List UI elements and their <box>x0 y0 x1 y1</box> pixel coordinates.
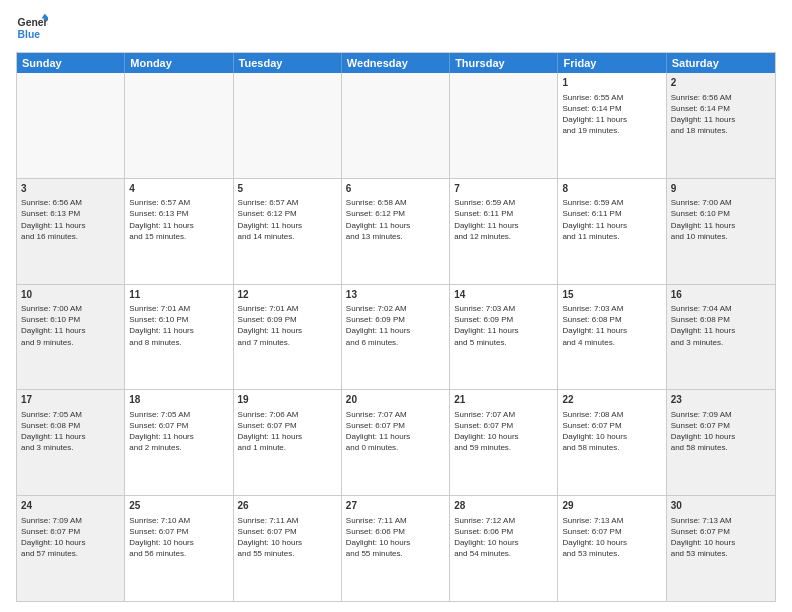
day-info: Sunrise: 7:01 AM Sunset: 6:09 PM Dayligh… <box>238 303 337 348</box>
calendar-cell <box>125 73 233 178</box>
page-header: General Blue <box>16 12 776 44</box>
calendar-cell <box>234 73 342 178</box>
logo-icon: General Blue <box>16 12 48 44</box>
calendar-cell: 15Sunrise: 7:03 AM Sunset: 6:08 PM Dayli… <box>558 285 666 390</box>
day-number: 18 <box>129 393 228 407</box>
day-info: Sunrise: 6:58 AM Sunset: 6:12 PM Dayligh… <box>346 197 445 242</box>
calendar-header-cell: Saturday <box>667 53 775 73</box>
day-info: Sunrise: 6:57 AM Sunset: 6:12 PM Dayligh… <box>238 197 337 242</box>
day-info: Sunrise: 6:59 AM Sunset: 6:11 PM Dayligh… <box>562 197 661 242</box>
day-info: Sunrise: 7:05 AM Sunset: 6:07 PM Dayligh… <box>129 409 228 454</box>
day-info: Sunrise: 7:01 AM Sunset: 6:10 PM Dayligh… <box>129 303 228 348</box>
calendar-cell <box>17 73 125 178</box>
day-number: 1 <box>562 76 661 90</box>
calendar-row: 24Sunrise: 7:09 AM Sunset: 6:07 PM Dayli… <box>17 495 775 601</box>
day-info: Sunrise: 7:09 AM Sunset: 6:07 PM Dayligh… <box>21 515 120 560</box>
calendar-body: 1Sunrise: 6:55 AM Sunset: 6:14 PM Daylig… <box>17 73 775 601</box>
calendar-cell: 1Sunrise: 6:55 AM Sunset: 6:14 PM Daylig… <box>558 73 666 178</box>
calendar-cell: 29Sunrise: 7:13 AM Sunset: 6:07 PM Dayli… <box>558 496 666 601</box>
calendar-cell: 16Sunrise: 7:04 AM Sunset: 6:08 PM Dayli… <box>667 285 775 390</box>
day-number: 12 <box>238 288 337 302</box>
calendar-cell: 10Sunrise: 7:00 AM Sunset: 6:10 PM Dayli… <box>17 285 125 390</box>
calendar-cell: 25Sunrise: 7:10 AM Sunset: 6:07 PM Dayli… <box>125 496 233 601</box>
calendar-cell: 26Sunrise: 7:11 AM Sunset: 6:07 PM Dayli… <box>234 496 342 601</box>
day-number: 2 <box>671 76 771 90</box>
day-number: 11 <box>129 288 228 302</box>
svg-text:General: General <box>18 17 48 28</box>
calendar-cell: 20Sunrise: 7:07 AM Sunset: 6:07 PM Dayli… <box>342 390 450 495</box>
day-number: 7 <box>454 182 553 196</box>
calendar-cell: 21Sunrise: 7:07 AM Sunset: 6:07 PM Dayli… <box>450 390 558 495</box>
day-info: Sunrise: 7:06 AM Sunset: 6:07 PM Dayligh… <box>238 409 337 454</box>
calendar-cell: 28Sunrise: 7:12 AM Sunset: 6:06 PM Dayli… <box>450 496 558 601</box>
calendar-cell: 7Sunrise: 6:59 AM Sunset: 6:11 PM Daylig… <box>450 179 558 284</box>
calendar-header: SundayMondayTuesdayWednesdayThursdayFrid… <box>17 53 775 73</box>
day-info: Sunrise: 7:11 AM Sunset: 6:06 PM Dayligh… <box>346 515 445 560</box>
day-info: Sunrise: 7:05 AM Sunset: 6:08 PM Dayligh… <box>21 409 120 454</box>
calendar-row: 17Sunrise: 7:05 AM Sunset: 6:08 PM Dayli… <box>17 389 775 495</box>
calendar: SundayMondayTuesdayWednesdayThursdayFrid… <box>16 52 776 602</box>
day-number: 10 <box>21 288 120 302</box>
day-number: 26 <box>238 499 337 513</box>
calendar-cell: 5Sunrise: 6:57 AM Sunset: 6:12 PM Daylig… <box>234 179 342 284</box>
day-info: Sunrise: 7:00 AM Sunset: 6:10 PM Dayligh… <box>21 303 120 348</box>
calendar-header-cell: Tuesday <box>234 53 342 73</box>
logo: General Blue <box>16 12 24 44</box>
day-number: 19 <box>238 393 337 407</box>
calendar-header-cell: Monday <box>125 53 233 73</box>
day-info: Sunrise: 7:03 AM Sunset: 6:09 PM Dayligh… <box>454 303 553 348</box>
day-info: Sunrise: 6:59 AM Sunset: 6:11 PM Dayligh… <box>454 197 553 242</box>
day-number: 27 <box>346 499 445 513</box>
day-number: 25 <box>129 499 228 513</box>
day-number: 9 <box>671 182 771 196</box>
calendar-cell: 4Sunrise: 6:57 AM Sunset: 6:13 PM Daylig… <box>125 179 233 284</box>
day-info: Sunrise: 6:56 AM Sunset: 6:14 PM Dayligh… <box>671 92 771 137</box>
day-info: Sunrise: 6:55 AM Sunset: 6:14 PM Dayligh… <box>562 92 661 137</box>
day-info: Sunrise: 7:13 AM Sunset: 6:07 PM Dayligh… <box>671 515 771 560</box>
day-info: Sunrise: 7:11 AM Sunset: 6:07 PM Dayligh… <box>238 515 337 560</box>
calendar-cell: 17Sunrise: 7:05 AM Sunset: 6:08 PM Dayli… <box>17 390 125 495</box>
day-info: Sunrise: 7:07 AM Sunset: 6:07 PM Dayligh… <box>346 409 445 454</box>
day-info: Sunrise: 7:02 AM Sunset: 6:09 PM Dayligh… <box>346 303 445 348</box>
calendar-header-cell: Wednesday <box>342 53 450 73</box>
day-number: 22 <box>562 393 661 407</box>
calendar-cell <box>450 73 558 178</box>
calendar-cell: 27Sunrise: 7:11 AM Sunset: 6:06 PM Dayli… <box>342 496 450 601</box>
day-number: 23 <box>671 393 771 407</box>
calendar-cell: 12Sunrise: 7:01 AM Sunset: 6:09 PM Dayli… <box>234 285 342 390</box>
calendar-cell: 8Sunrise: 6:59 AM Sunset: 6:11 PM Daylig… <box>558 179 666 284</box>
calendar-header-cell: Friday <box>558 53 666 73</box>
day-number: 15 <box>562 288 661 302</box>
day-number: 5 <box>238 182 337 196</box>
day-number: 14 <box>454 288 553 302</box>
day-number: 13 <box>346 288 445 302</box>
day-number: 3 <box>21 182 120 196</box>
day-number: 8 <box>562 182 661 196</box>
day-number: 17 <box>21 393 120 407</box>
calendar-cell: 6Sunrise: 6:58 AM Sunset: 6:12 PM Daylig… <box>342 179 450 284</box>
day-info: Sunrise: 7:08 AM Sunset: 6:07 PM Dayligh… <box>562 409 661 454</box>
day-info: Sunrise: 6:56 AM Sunset: 6:13 PM Dayligh… <box>21 197 120 242</box>
calendar-cell: 24Sunrise: 7:09 AM Sunset: 6:07 PM Dayli… <box>17 496 125 601</box>
day-info: Sunrise: 7:07 AM Sunset: 6:07 PM Dayligh… <box>454 409 553 454</box>
calendar-header-cell: Sunday <box>17 53 125 73</box>
calendar-cell: 11Sunrise: 7:01 AM Sunset: 6:10 PM Dayli… <box>125 285 233 390</box>
day-info: Sunrise: 7:04 AM Sunset: 6:08 PM Dayligh… <box>671 303 771 348</box>
day-number: 24 <box>21 499 120 513</box>
calendar-cell: 9Sunrise: 7:00 AM Sunset: 6:10 PM Daylig… <box>667 179 775 284</box>
day-info: Sunrise: 7:03 AM Sunset: 6:08 PM Dayligh… <box>562 303 661 348</box>
calendar-cell: 14Sunrise: 7:03 AM Sunset: 6:09 PM Dayli… <box>450 285 558 390</box>
calendar-cell: 22Sunrise: 7:08 AM Sunset: 6:07 PM Dayli… <box>558 390 666 495</box>
day-number: 30 <box>671 499 771 513</box>
day-number: 20 <box>346 393 445 407</box>
calendar-cell: 30Sunrise: 7:13 AM Sunset: 6:07 PM Dayli… <box>667 496 775 601</box>
day-info: Sunrise: 7:10 AM Sunset: 6:07 PM Dayligh… <box>129 515 228 560</box>
calendar-row: 10Sunrise: 7:00 AM Sunset: 6:10 PM Dayli… <box>17 284 775 390</box>
day-info: Sunrise: 6:57 AM Sunset: 6:13 PM Dayligh… <box>129 197 228 242</box>
svg-text:Blue: Blue <box>18 29 41 40</box>
day-number: 16 <box>671 288 771 302</box>
day-number: 4 <box>129 182 228 196</box>
calendar-cell: 19Sunrise: 7:06 AM Sunset: 6:07 PM Dayli… <box>234 390 342 495</box>
calendar-header-cell: Thursday <box>450 53 558 73</box>
calendar-row: 1Sunrise: 6:55 AM Sunset: 6:14 PM Daylig… <box>17 73 775 178</box>
